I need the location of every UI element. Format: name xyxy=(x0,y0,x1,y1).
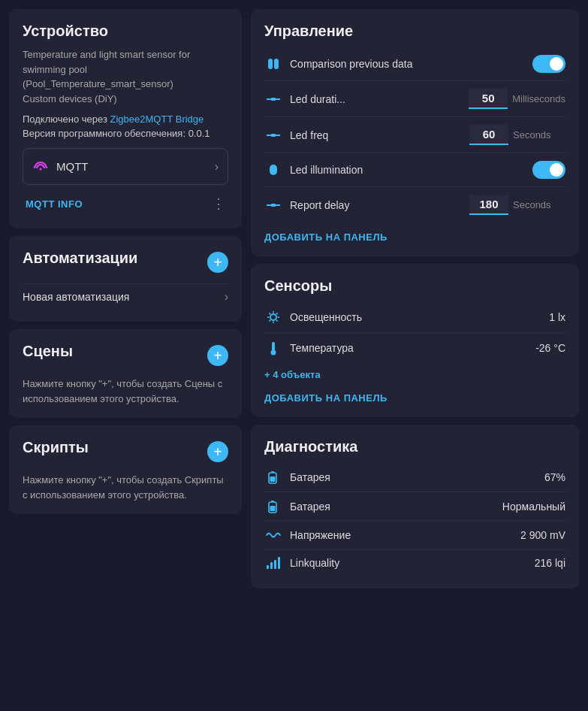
linkquality-label: Linkquality xyxy=(290,557,527,569)
svg-rect-23 xyxy=(270,477,276,482)
add-script-button[interactable]: + xyxy=(207,441,228,462)
comparison-toggle[interactable] xyxy=(532,55,565,73)
battery-status-icon xyxy=(264,500,282,513)
diag-row-linkquality: Linkquality 216 lqi xyxy=(264,549,565,576)
sensor-row-temperature: Температура -26 °C xyxy=(264,333,565,363)
svg-rect-27 xyxy=(267,565,269,569)
mqtt-info-menu-icon[interactable]: ⋮ xyxy=(212,195,225,212)
scripts-title: Скрипты xyxy=(23,439,89,456)
mqtt-chevron-icon: › xyxy=(215,160,219,174)
device-title: Устройство xyxy=(23,23,228,40)
device-card: Устройство Temperature and light smart s… xyxy=(9,9,242,228)
illuminance-icon xyxy=(264,310,282,325)
led-duration-icon xyxy=(264,98,282,101)
battery-status-label: Батарея xyxy=(290,501,495,513)
mqtt-info-row[interactable]: MQTT INFO ⋮ xyxy=(23,191,228,216)
sensor-row-illuminance: Освещенность 1 lx xyxy=(264,302,565,333)
temperature-value: -26 °C xyxy=(535,342,565,354)
svg-rect-1 xyxy=(268,59,273,69)
mqtt-row[interactable]: MQTT › xyxy=(23,148,228,185)
svg-rect-30 xyxy=(278,557,280,569)
voltage-icon xyxy=(264,531,282,540)
svg-point-9 xyxy=(271,204,276,207)
control-row-led-illumination: Led illumination xyxy=(264,153,565,187)
automations-card: Автоматизации + Новая автоматизация › xyxy=(9,236,242,322)
mqtt-label: MQTT xyxy=(56,160,89,173)
automations-title: Автоматизации xyxy=(23,250,137,267)
report-delay-icon xyxy=(264,204,282,207)
led-freq-unit: Seconds xyxy=(513,129,565,141)
svg-point-6 xyxy=(271,134,276,137)
device-version: Версия программного обеспечения: 0.0.1 xyxy=(23,128,228,139)
sensors-card: Сенсоры Освещенность xyxy=(251,264,579,417)
automation-chevron-icon: › xyxy=(225,290,228,304)
illuminance-label: Освещенность xyxy=(290,311,541,323)
zigbee-bridge-link[interactable]: Zigbee2MQTT Bridge xyxy=(110,113,204,125)
scripts-card: Скрипты + Нажмите кнопку "+", чтобы созд… xyxy=(9,425,242,514)
voltage-label: Напряжение xyxy=(290,529,513,541)
comparison-label: Comparison previous data xyxy=(290,58,525,70)
led-freq-input[interactable] xyxy=(469,125,508,145)
scenes-hint: Нажмите кнопку "+", чтобы создать Сцены … xyxy=(23,377,228,406)
sensors-title: Сенсоры xyxy=(264,277,565,295)
linkquality-icon xyxy=(264,557,282,569)
add-automation-button[interactable]: + xyxy=(207,252,228,273)
svg-line-17 xyxy=(276,313,278,314)
more-objects-link[interactable]: + 4 объекта xyxy=(264,363,321,383)
led-illumination-toggle[interactable] xyxy=(532,161,565,179)
diagnostics-card: Диагностика Батарея 67% xyxy=(251,425,579,588)
automation-label: Новая автоматизация xyxy=(23,291,129,303)
new-automation-item[interactable]: Новая автоматизация › xyxy=(23,283,228,310)
sensors-add-panel-button[interactable]: ДОБАВИТЬ НА ПАНЕЛЬ xyxy=(264,386,387,405)
led-illumination-label: Led illumination xyxy=(290,164,525,176)
voltage-value: 2 900 mV xyxy=(520,529,565,541)
led-duration-label: Led durati... xyxy=(290,93,461,105)
mqtt-icon xyxy=(32,156,49,177)
led-illumination-icon xyxy=(264,163,282,177)
illuminance-value: 1 lx xyxy=(549,311,565,323)
control-row-led-freq: Led freq Seconds xyxy=(264,117,565,153)
comparison-icon xyxy=(264,57,282,71)
svg-rect-26 xyxy=(270,506,276,511)
svg-point-10 xyxy=(270,314,276,320)
battery-pct-value: 67% xyxy=(544,471,565,483)
control-card: Управление Comparison previous data xyxy=(251,9,579,256)
scenes-title: Сцены xyxy=(23,343,73,360)
report-delay-label: Report delay xyxy=(290,199,462,211)
device-connection: Подключено через Zigbee2MQTT Bridge xyxy=(23,113,228,125)
diag-row-battery-pct: Батарея 67% xyxy=(264,463,565,492)
svg-rect-25 xyxy=(271,501,274,502)
scenes-card: Сцены + Нажмите кнопку "+", чтобы создат… xyxy=(9,329,242,418)
led-duration-input[interactable] xyxy=(469,89,508,109)
led-duration-unit: Milliseconds xyxy=(512,93,565,104)
battery-pct-icon xyxy=(264,470,282,484)
svg-rect-22 xyxy=(271,471,274,473)
temperature-icon xyxy=(264,340,282,356)
control-row-comparison: Comparison previous data xyxy=(264,47,565,81)
report-delay-unit: Seconds xyxy=(513,199,565,210)
control-row-led-duration: Led durati... Milliseconds xyxy=(264,81,565,117)
svg-rect-2 xyxy=(274,59,279,69)
svg-rect-19 xyxy=(272,342,275,351)
linkquality-value: 216 lqi xyxy=(535,557,565,569)
svg-rect-7 xyxy=(270,165,277,175)
temperature-label: Температура xyxy=(290,342,528,354)
svg-point-4 xyxy=(271,98,276,101)
led-freq-icon xyxy=(264,134,282,137)
svg-point-20 xyxy=(271,350,276,356)
report-delay-input[interactable] xyxy=(469,195,508,215)
scripts-hint: Нажмите кнопку "+", чтобы создать Скрипт… xyxy=(23,473,228,502)
mqtt-info-label: MQTT INFO xyxy=(26,198,83,210)
svg-rect-29 xyxy=(274,560,276,569)
diag-row-voltage: Напряжение 2 900 mV xyxy=(264,522,565,549)
diagnostics-title: Диагностика xyxy=(264,438,565,455)
device-description: Temperature and light smart sensor for s… xyxy=(23,47,228,106)
control-row-report-delay: Report delay Seconds xyxy=(264,187,565,222)
svg-line-15 xyxy=(269,313,270,314)
battery-pct-label: Батарея xyxy=(290,471,537,483)
control-add-panel-button[interactable]: ДОБАВИТЬ НА ПАНЕЛЬ xyxy=(264,225,387,244)
add-scene-button[interactable]: + xyxy=(207,345,228,366)
led-freq-label: Led freq xyxy=(290,129,462,141)
svg-rect-28 xyxy=(270,562,273,569)
battery-status-value: Нормальный xyxy=(502,501,565,513)
